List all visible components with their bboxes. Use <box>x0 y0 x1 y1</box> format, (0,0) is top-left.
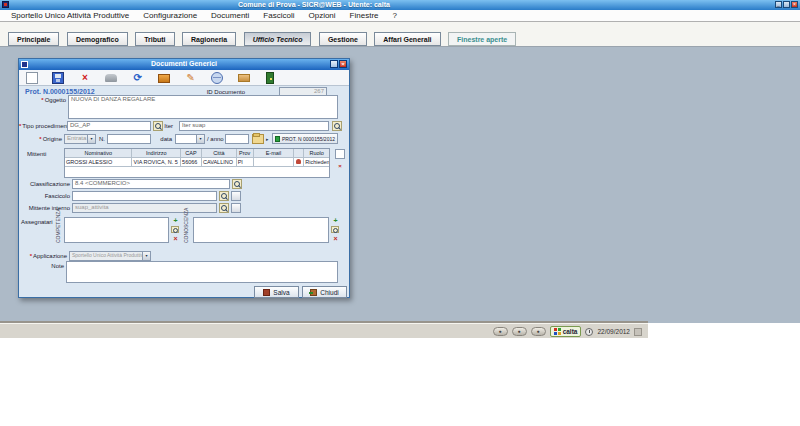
iter-field[interactable]: Iter suap <box>179 121 329 131</box>
col-email: E-mail <box>254 149 295 158</box>
origine-combo[interactable]: Entrata▾ <box>64 134 96 144</box>
conoscenza-label: CONOSCENZA <box>183 217 192 243</box>
protocol-number-text: Prot. N.0000155/2012 <box>25 88 95 95</box>
mittente-interno-clear-icon[interactable] <box>231 203 241 213</box>
cell-ruolo: Richiedente <box>304 158 329 167</box>
fascicolo-new-icon[interactable] <box>231 191 241 201</box>
menu-finestre[interactable]: Finestre <box>343 11 386 20</box>
competenza-actions: + × <box>171 217 180 243</box>
remove-icon[interactable]: × <box>171 235 180 243</box>
mittente-interno-field[interactable]: suap_attivita <box>72 203 217 213</box>
taskbar: ● ● ● calta 22/09/2012 <box>0 323 648 338</box>
menu-configurazione[interactable]: Configurazione <box>136 11 204 20</box>
app-icon <box>2 1 9 8</box>
search-icon[interactable] <box>171 226 179 233</box>
dialog-titlebar[interactable]: Documenti Generici × <box>19 59 349 70</box>
col-cap: CAP <box>181 149 202 158</box>
tipo-procedimento-field[interactable]: DG_AP <box>67 121 151 131</box>
data-label: data <box>157 136 172 142</box>
chevron-down-icon[interactable]: ▾ <box>196 135 204 143</box>
conoscenza-actions: + × <box>331 217 340 243</box>
stamp-icon[interactable] <box>105 74 117 82</box>
menu-documenti[interactable]: Documenti <box>204 11 256 20</box>
tab-demografico[interactable]: Demografico <box>67 32 128 46</box>
note-label: Note <box>19 263 64 269</box>
tab-affari-generali[interactable]: Affari Generali <box>374 32 440 46</box>
tab-gestione[interactable]: Gestione <box>319 32 367 46</box>
add-icon[interactable]: + <box>331 217 340 225</box>
archive-icon[interactable] <box>158 74 170 83</box>
search-icon[interactable] <box>331 226 339 233</box>
competenza-listbox[interactable] <box>64 217 169 243</box>
dialog-close-icon[interactable]: × <box>339 60 347 68</box>
mittente-interno-lookup-icon[interactable] <box>219 203 229 213</box>
dialog-maximize-icon[interactable] <box>330 60 338 68</box>
new-document-icon[interactable] <box>26 72 38 84</box>
note-field[interactable] <box>66 261 338 283</box>
tab-principale[interactable]: Principale <box>8 32 59 46</box>
folder-icon[interactable] <box>252 134 264 144</box>
dialog-title: Documenti Generici <box>19 60 349 67</box>
cell-cap: 56066 <box>181 158 202 167</box>
chevron-down-icon[interactable]: ▾ <box>142 252 150 260</box>
add-row-icon[interactable] <box>335 149 345 159</box>
refresh-icon[interactable]: ⟳ <box>132 72 144 84</box>
tab-ufficio-tecnico[interactable]: Ufficio Tecnico <box>244 32 312 46</box>
exit-door-icon <box>310 289 317 296</box>
fascicolo-label: Fascicolo <box>19 193 70 199</box>
resize-grip[interactable] <box>634 328 642 336</box>
tab-tributi[interactable]: Tributi <box>135 32 174 46</box>
maximize-icon[interactable] <box>783 1 790 8</box>
fascicolo-field[interactable] <box>72 191 217 201</box>
tray-button-1[interactable]: ● <box>493 327 508 336</box>
classificazione-label: Classificazione <box>19 181 70 187</box>
iter-lookup-icon[interactable] <box>332 121 342 131</box>
menu-opzioni[interactable]: Opzioni <box>301 11 342 20</box>
cell-nominativo: GROSSI ALESSIO <box>65 158 132 167</box>
conoscenza-listbox[interactable] <box>193 217 329 243</box>
anno-label: / anno <box>207 136 223 142</box>
close-icon[interactable]: × <box>791 1 798 8</box>
protocol-icon <box>275 136 280 142</box>
oggetto-label: *Oggetto <box>19 97 66 103</box>
chevron-down-icon[interactable]: ▾ <box>87 135 95 143</box>
menu-help[interactable]: ? <box>386 11 404 20</box>
tray-button-2[interactable]: ● <box>512 327 527 336</box>
tray-button-3[interactable]: ● <box>531 327 546 336</box>
screen: Comune di Prova - SICR@WEB - Utente: cal… <box>0 0 800 426</box>
data-field[interactable]: ▾ <box>175 134 205 144</box>
menu-fascicoli[interactable]: Fascicoli <box>256 11 301 20</box>
col-indirizzo: Indirizzo <box>132 149 181 158</box>
tab-finestre-aperte[interactable]: Finestre aperte <box>448 32 516 46</box>
oggetto-field[interactable]: NUOVA DI DANZA REGALARE <box>68 95 338 119</box>
classificazione-lookup-icon[interactable] <box>232 179 242 189</box>
documenti-generici-dialog: Documenti Generici × × ⟳ ✎ Prot. N.00001… <box>18 58 350 298</box>
card-icon[interactable] <box>238 74 250 82</box>
classificazione-field[interactable]: 8.4 <COMMERCIO> <box>72 179 230 189</box>
menu-sportello-unico[interactable]: Sportello Unico Attività Produttive <box>4 11 136 20</box>
mittenti-label: Mittenti <box>27 151 53 157</box>
fascicolo-lookup-icon[interactable] <box>219 191 229 201</box>
minimize-icon[interactable]: _ <box>775 1 782 8</box>
pen-icon[interactable]: ✎ <box>185 72 197 84</box>
tab-ragioneria[interactable]: Ragioneria <box>182 32 236 46</box>
globe-icon[interactable] <box>211 72 223 84</box>
anno-field[interactable] <box>225 134 249 144</box>
remove-icon[interactable]: × <box>331 235 340 243</box>
delete-row-icon[interactable]: × <box>335 162 345 172</box>
clock-icon <box>585 328 593 336</box>
numero-field[interactable] <box>107 134 151 144</box>
cell-indirizzo: VIA ROVICA, N. 5 <box>132 158 181 167</box>
chiudi-button[interactable]: Chiudi <box>302 286 347 298</box>
salva-button[interactable]: Salva <box>254 286 299 298</box>
dialog-body: Prot. N.0000155/2012 ID Documento 267 *O… <box>19 86 349 298</box>
user-badge[interactable]: calta <box>550 326 582 337</box>
add-icon[interactable]: + <box>171 217 180 225</box>
table-row[interactable]: GROSSI ALESSIO VIA ROVICA, N. 5 56066 CA… <box>65 158 329 167</box>
applicazione-combo[interactable]: Sportello Unico Attività Produttive▾ <box>69 251 151 261</box>
save-icon[interactable] <box>52 72 64 84</box>
exit-icon[interactable] <box>266 72 274 84</box>
arrow-right-icon[interactable]: ▸ <box>266 136 269 142</box>
protocol-button[interactable]: PROT. N 0000155/2012 <box>272 133 338 144</box>
delete-icon[interactable]: × <box>79 72 91 84</box>
